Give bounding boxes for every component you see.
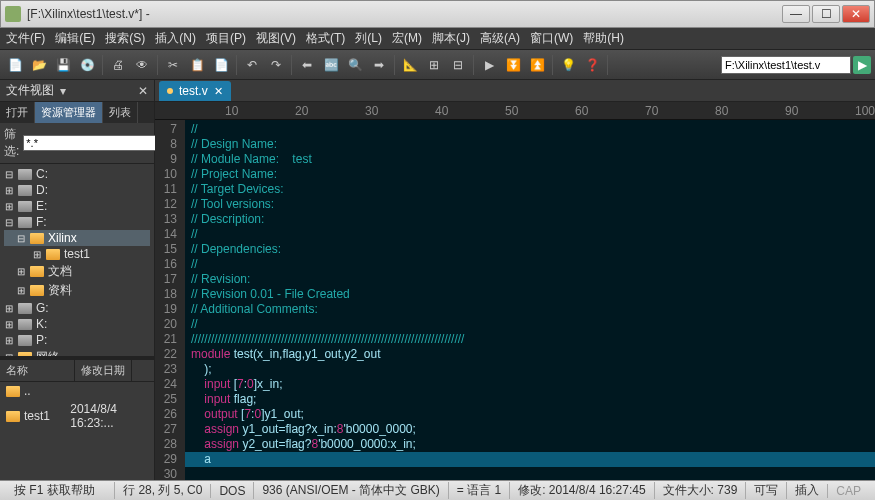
menu-item[interactable]: 宏(M) [392,30,422,47]
toolbar-button[interactable]: ❓ [581,54,603,76]
status-insert[interactable]: 插入 [786,482,827,499]
menu-item[interactable]: 视图(V) [256,30,296,47]
toolbar-button[interactable]: ⊟ [447,54,469,76]
toolbar-button[interactable]: ⏫ [526,54,548,76]
toolbar-button[interactable]: ⊞ [423,54,445,76]
drive-icon [18,319,32,330]
toolbar-button[interactable]: 👁 [131,54,153,76]
tree-label: 文档 [48,263,72,280]
maximize-button[interactable]: ☐ [812,5,840,23]
expand-icon[interactable]: ⊞ [4,319,14,330]
toolbar-button[interactable]: ▶ [478,54,500,76]
toolbar-button[interactable]: 📂 [28,54,50,76]
path-input[interactable] [721,56,851,74]
tree-item[interactable]: ⊞G: [4,300,150,316]
status-filesize: 文件大小: 739 [654,482,746,499]
toolbar-button[interactable]: ↷ [265,54,287,76]
tree-item[interactable]: ⊟Xilinx [4,230,150,246]
sidebar-tab[interactable]: 列表 [103,102,138,123]
tree-item[interactable]: ⊞文档 [4,262,150,281]
window-title: [F:\Xilinx\test1\test.v*] - [27,7,782,21]
menu-item[interactable]: 窗口(W) [530,30,573,47]
editor-tab[interactable]: test.v ✕ [159,81,231,101]
menu-item[interactable]: 脚本(J) [432,30,470,47]
menu-item[interactable]: 列(L) [355,30,382,47]
menu-item[interactable]: 文件(F) [6,30,45,47]
tree-item[interactable]: ⊟C: [4,166,150,182]
menu-item[interactable]: 搜索(S) [105,30,145,47]
expand-icon[interactable]: ⊟ [4,217,14,228]
toolbar-button[interactable]: 📄 [210,54,232,76]
toolbar-button[interactable]: 🔍 [344,54,366,76]
toolbar-button[interactable]: 📐 [399,54,421,76]
close-button[interactable]: ✕ [842,5,870,23]
toolbar-button[interactable]: 💿 [76,54,98,76]
folder-icon [46,249,60,260]
menu-item[interactable]: 项目(P) [206,30,246,47]
toolbar-button[interactable]: ✂ [162,54,184,76]
filter-label: 筛选: [4,126,19,160]
expand-icon[interactable]: ⊞ [16,285,26,296]
column-header[interactable]: 修改日期 [75,360,132,381]
expand-icon[interactable]: ⊞ [4,335,14,346]
sidebar-tab[interactable]: 打开 [0,102,35,123]
status-modified: 修改: 2014/8/4 16:27:45 [509,482,653,499]
toolbar-button[interactable]: 🖨 [107,54,129,76]
status-readwrite: 可写 [745,482,786,499]
status-caps: CAP [827,484,869,498]
tree-item[interactable]: ⊞E: [4,198,150,214]
toolbar-button[interactable]: 📄 [4,54,26,76]
menu-item[interactable]: 高级(A) [480,30,520,47]
filter-input[interactable] [23,135,167,151]
tree-item[interactable]: ⊞网络 [4,348,150,356]
minimize-button[interactable]: — [782,5,810,23]
file-tree[interactable]: ⊟C:⊞D:⊞E:⊟F:⊟Xilinx⊞test1⊞文档⊞资料⊞G:⊞K:⊞P:… [0,164,154,356]
sidebar-dropdown-icon[interactable]: ▾ [60,84,66,98]
folder-icon [30,266,44,277]
toolbar-button[interactable]: ⏬ [502,54,524,76]
expand-icon[interactable]: ⊞ [32,249,42,260]
status-language[interactable]: = 语言 1 [448,482,509,499]
toolbar: 📄📂💾💿🖨👁✂📋📄↶↷⬅🔤🔍➡📐⊞⊟▶⏬⏫💡❓▶ [0,50,875,80]
list-header: 名称修改日期 [0,360,154,382]
titlebar: [F:\Xilinx\test1\test.v*] - — ☐ ✕ [0,0,875,28]
toolbar-button[interactable]: 💡 [557,54,579,76]
expand-icon[interactable]: ⊞ [4,303,14,314]
toolbar-button[interactable]: ➡ [368,54,390,76]
tab-close-icon[interactable]: ✕ [214,85,223,98]
expand-icon[interactable]: ⊞ [4,185,14,196]
code-editor[interactable]: 7891011121314151617181920212223242526272… [155,120,875,480]
list-item[interactable]: test12014/8/4 16:23:... [0,400,154,432]
expand-icon[interactable]: ⊟ [16,233,26,244]
list-body[interactable]: ..test12014/8/4 16:23:... [0,382,154,480]
tree-item[interactable]: ⊞K: [4,316,150,332]
expand-icon[interactable]: ⊟ [4,169,14,180]
menu-item[interactable]: 帮助(H) [583,30,624,47]
tree-item[interactable]: ⊞D: [4,182,150,198]
folder-icon [30,233,44,244]
expand-icon[interactable]: ⊞ [16,266,26,277]
tree-label: E: [36,199,47,213]
status-dos: DOS [210,484,253,498]
toolbar-button[interactable]: ⬅ [296,54,318,76]
toolbar-button[interactable]: 🔤 [320,54,342,76]
column-header[interactable]: 名称 [0,360,75,381]
menu-item[interactable]: 格式(T) [306,30,345,47]
tree-item[interactable]: ⊞P: [4,332,150,348]
list-item[interactable]: .. [0,382,154,400]
tree-item[interactable]: ⊞test1 [4,246,150,262]
expand-icon[interactable]: ⊞ [4,201,14,212]
tree-item[interactable]: ⊞资料 [4,281,150,300]
status-codepage: 936 (ANSI/OEM - 简体中文 GBK) [253,482,447,499]
path-go-button[interactable]: ▶ [853,56,871,74]
menu-item[interactable]: 编辑(E) [55,30,95,47]
tree-item[interactable]: ⊟F: [4,214,150,230]
toolbar-button[interactable]: 💾 [52,54,74,76]
sidebar-tab[interactable]: 资源管理器 [35,102,103,123]
menu-item[interactable]: 插入(N) [155,30,196,47]
sidebar-close-icon[interactable]: ✕ [138,84,148,98]
drive-icon [18,201,32,212]
toolbar-button[interactable]: 📋 [186,54,208,76]
code-lines[interactable]: //// Design Name:// Module Name: test// … [185,120,875,480]
toolbar-button[interactable]: ↶ [241,54,263,76]
